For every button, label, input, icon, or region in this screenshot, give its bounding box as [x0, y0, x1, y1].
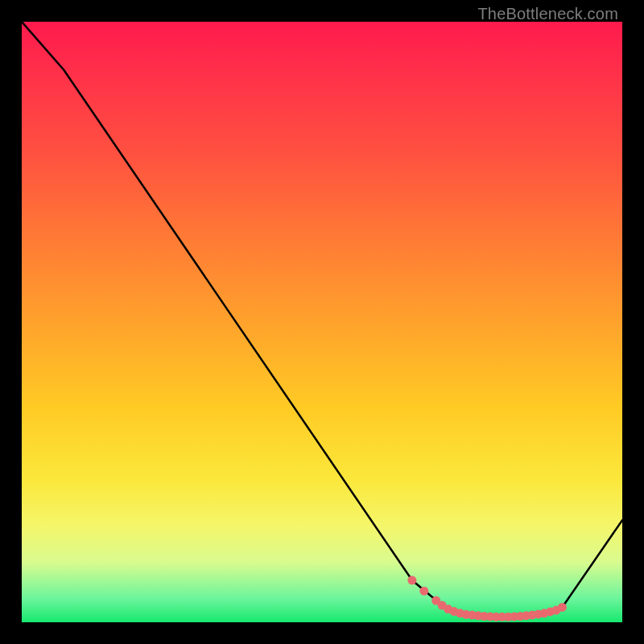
marker-dot: [497, 613, 506, 621]
main-curve: [22, 22, 622, 617]
marker-dot: [468, 611, 477, 620]
marker-dot: [540, 609, 549, 617]
marker-dot: [522, 611, 530, 620]
marker-dot: [551, 606, 560, 615]
marker-dot: [558, 603, 567, 612]
marker-dot: [516, 612, 525, 621]
marker-dot: [546, 607, 555, 616]
marker-dot: [462, 610, 471, 619]
marker-dot: [431, 597, 440, 605]
curve-layer: [22, 22, 622, 622]
marker-dot: [485, 612, 494, 621]
marker-dot: [438, 601, 447, 610]
marker-dot: [492, 613, 501, 621]
chart-stage: TheBottleneck.com: [0, 0, 644, 644]
attribution-label: TheBottleneck.com: [477, 5, 618, 23]
marker-dot: [474, 611, 483, 620]
marker-dot: [504, 613, 513, 621]
marker-dot: [419, 587, 428, 596]
marker-dot: [510, 612, 518, 621]
marker-group: [407, 576, 567, 621]
marker-dot: [456, 609, 464, 617]
marker-dot: [534, 609, 543, 618]
marker-dot: [407, 576, 416, 584]
marker-dot: [444, 605, 452, 613]
plot-area: [22, 22, 622, 622]
marker-dot: [450, 607, 459, 616]
marker-dot: [480, 612, 489, 621]
marker-dot: [528, 611, 537, 620]
